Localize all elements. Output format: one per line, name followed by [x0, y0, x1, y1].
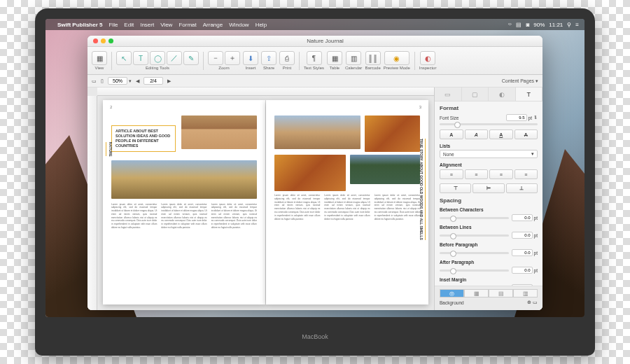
content-pages-dropdown[interactable]: Content Pages ▾	[502, 78, 538, 84]
print-button[interactable]: ⎙	[279, 51, 295, 65]
page-prev-button[interactable]: ◀	[136, 78, 139, 84]
wrap-tab-1[interactable]: ◎	[440, 289, 464, 298]
strike-button[interactable]: A	[514, 130, 538, 139]
vertical-caption: TRUE STORY ABOUT GOOD OLD WOODS AND ALL …	[419, 139, 426, 240]
before-para-field[interactable]	[512, 249, 533, 256]
app-name[interactable]: Swift Publisher 5	[57, 22, 102, 28]
bold-button[interactable]: A	[440, 130, 463, 139]
inspector-button[interactable]: ◐	[420, 51, 435, 65]
text-column[interactable]: Lorem ipsum dolor sit amet, consectetur …	[374, 194, 420, 220]
menu-extra-icon[interactable]: ≡	[575, 22, 579, 28]
line-tool[interactable]: ／	[167, 51, 182, 65]
page-left[interactable]: 2 NATURE ARTICLE ABOUT BEST SOLUTION IDE…	[103, 100, 265, 304]
font-size-slider[interactable]	[440, 123, 538, 125]
stepper-icon[interactable]: ⥮	[533, 115, 538, 120]
menu-arrange[interactable]: Arrange	[203, 22, 223, 28]
share-button[interactable]: ⇪	[261, 51, 276, 65]
after-para-field[interactable]	[512, 267, 533, 274]
menu-format[interactable]: Format	[178, 22, 196, 28]
valign-bottom-button[interactable]: ⊥	[506, 183, 538, 193]
align-right-button[interactable]: ≡	[489, 169, 513, 179]
wrap-tab-2[interactable]: ▦	[464, 289, 489, 298]
preview-mode-button[interactable]: ◉	[384, 51, 410, 65]
text-column[interactable]: Lorem ipsum dolor sit amet, consectetur …	[324, 194, 370, 220]
page-right[interactable]: 3 TRUE STORY ABOUT GOOD OLD WOODS AND AL…	[266, 100, 428, 304]
zoom-in-button[interactable]: ＋	[225, 51, 240, 65]
page-next-button[interactable]: ▶	[167, 78, 171, 84]
zoom-out-button[interactable]: －	[208, 51, 223, 65]
menu-view[interactable]: View	[160, 22, 172, 28]
inspector-tab-text[interactable]: T	[516, 88, 543, 101]
text-tool[interactable]: T	[133, 51, 148, 65]
text-column[interactable]: Lorem ipsum dolor sit amet, consectetur …	[161, 203, 206, 230]
inspector-tab-document[interactable]: ▭	[435, 88, 462, 101]
shape-tool[interactable]: ◯	[150, 51, 165, 65]
align-center-button[interactable]: ≡	[465, 169, 489, 179]
horizontal-ruler[interactable]	[97, 88, 434, 96]
wrap-tab-4[interactable]: ▥	[513, 289, 538, 298]
menu-help[interactable]: Help	[255, 22, 267, 28]
minimize-button[interactable]	[101, 38, 106, 43]
align-justify-button[interactable]: ≡	[514, 169, 538, 179]
calendar-button[interactable]: ▥	[346, 51, 361, 65]
battery-icon[interactable]: ◙	[526, 22, 529, 28]
panel-toggle-icon[interactable]: ▭	[92, 78, 97, 84]
wifi-icon[interactable]: ⌔	[508, 22, 512, 28]
image-autumn-forest[interactable]	[274, 155, 346, 191]
image-mountain-panorama[interactable]	[111, 160, 257, 199]
wrap-tab-3[interactable]: ▤	[489, 289, 513, 298]
view-button[interactable]: ▦	[92, 51, 107, 65]
text-styles-button[interactable]: ¶	[307, 51, 322, 65]
line-spacing-slider[interactable]	[440, 234, 509, 237]
insert-button[interactable]: ⬇	[243, 51, 258, 65]
article-headline[interactable]: ARTICLE ABOUT BEST SOLUTION IDEAS AND GO…	[111, 125, 176, 152]
spotlight-icon[interactable]: ⚲	[567, 22, 571, 28]
zoom-button[interactable]	[108, 38, 113, 43]
font-size-field[interactable]	[506, 114, 527, 121]
menu-edit[interactable]: Edit	[124, 22, 134, 28]
macos-menubar: Swift Publisher 5 File Edit Insert View …	[46, 19, 584, 30]
lists-dropdown[interactable]: None▾	[440, 150, 538, 158]
flag-icon[interactable]: ▤	[516, 22, 522, 28]
image-autumn-foliage[interactable]	[365, 115, 420, 152]
image-lake[interactable]	[350, 155, 420, 184]
page-field[interactable]	[144, 77, 163, 85]
image-hills[interactable]	[181, 115, 257, 149]
char-spacing-field[interactable]	[512, 214, 533, 221]
text-column[interactable]: Lorem ipsum dolor sit amet, consectetur …	[274, 194, 320, 220]
after-para-slider[interactable]	[440, 270, 509, 272]
text-column[interactable]: Lorem ipsum dolor sit amet, consectetur …	[211, 203, 257, 230]
before-para-slider[interactable]	[440, 252, 509, 254]
document-canvas[interactable]: 2 NATURE ARTICLE ABOUT BEST SOLUTION IDE…	[88, 88, 434, 310]
laptop-label: MacBook	[35, 317, 595, 356]
char-spacing-slider[interactable]	[440, 217, 509, 219]
text-column[interactable]: Lorem ipsum dolor sit amet, consectetur …	[111, 203, 157, 230]
zoom-dropdown-icon[interactable]: ▾	[129, 78, 132, 84]
image-badlands[interactable]	[274, 115, 360, 149]
page-number: 2	[110, 104, 112, 110]
italic-button[interactable]: A	[465, 130, 489, 139]
close-button[interactable]	[93, 38, 98, 43]
panel-toggle-icon-2[interactable]: ▯	[101, 78, 104, 84]
toolbar: ▦View ↖ T ◯ ／ ✎ Editing Tools － ＋ Zoom ⬇…	[88, 47, 542, 75]
vertical-caption: NATURE	[106, 142, 113, 156]
background-options-icon[interactable]: ⊕ ▭	[527, 300, 538, 305]
inspector-tab-geometry[interactable]: ▢	[462, 88, 489, 101]
inspector-tab-appearance[interactable]: ◐	[489, 88, 516, 101]
barcode-button[interactable]: ║║	[365, 51, 381, 65]
clock[interactable]: 11:21	[549, 22, 563, 28]
vertical-ruler[interactable]	[88, 96, 97, 310]
align-left-button[interactable]: ≡	[440, 169, 463, 179]
table-button[interactable]: ▦	[327, 51, 342, 65]
select-tool[interactable]: ↖	[116, 51, 132, 65]
menu-file[interactable]: File	[108, 22, 118, 28]
line-spacing-field[interactable]	[512, 232, 533, 239]
valign-middle-button[interactable]: ⊢	[472, 183, 504, 193]
menu-insert[interactable]: Insert	[140, 22, 154, 28]
valign-top-button[interactable]: ⊤	[440, 183, 471, 193]
paint-tool[interactable]: ✎	[183, 51, 199, 65]
window-titlebar[interactable]: Nature Journal	[88, 36, 542, 47]
underline-button[interactable]: A	[489, 130, 513, 139]
zoom-field[interactable]	[108, 77, 127, 85]
menu-window[interactable]: Window	[229, 22, 248, 28]
